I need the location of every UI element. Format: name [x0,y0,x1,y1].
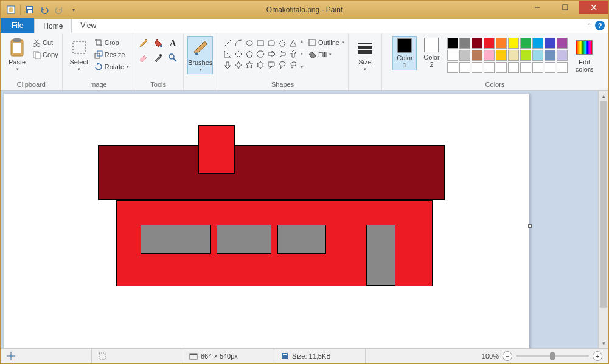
palette-color[interactable] [545,50,555,61]
shape-6star[interactable] [255,60,265,70]
palette-color[interactable] [532,50,543,61]
fill-button[interactable]: Fill ▾ [308,49,344,61]
shape-4star[interactable] [233,60,243,70]
zoom-slider[interactable] [516,355,589,357]
canvas[interactable] [4,94,529,348]
color-picker-tool[interactable] [151,51,165,64]
scroll-down-icon[interactable]: ▾ [599,338,608,348]
palette-color[interactable] [472,50,482,61]
shape-oval[interactable] [244,38,254,48]
maximize-button[interactable] [551,1,579,14]
shape-rect[interactable] [255,38,265,48]
shape-pentagon[interactable] [244,49,254,59]
palette-color[interactable] [472,38,482,49]
group-tools: A Tools [133,33,184,90]
close-button[interactable] [579,1,608,14]
shape-arrow-down[interactable] [222,60,232,70]
shape-line[interactable] [222,38,232,48]
color2-button[interactable]: Color 2 [419,36,444,69]
group-clipboard: Paste▾ Cut Copy Clipboard [1,33,63,90]
palette-color[interactable] [459,62,470,73]
eraser-tool[interactable] [137,51,150,64]
palette-color[interactable] [508,62,519,73]
palette-color[interactable] [508,38,519,49]
shape-arrow-left[interactable] [277,49,287,59]
help-icon[interactable]: ? [595,21,605,30]
shape-diamond[interactable] [233,49,243,59]
palette-color[interactable] [520,50,531,61]
crop-button[interactable]: Crop [94,36,129,49]
fill-tool[interactable] [151,36,165,50]
palette-color[interactable] [496,62,507,73]
zoom-in-button[interactable]: + [593,351,602,361]
palette-color[interactable] [557,62,568,73]
save-icon[interactable] [23,3,37,16]
palette-color[interactable] [447,62,458,73]
select-button[interactable]: Select▾ [66,36,92,73]
shape-roundrect[interactable] [266,38,276,48]
qat-customize-icon[interactable]: ▾ [67,3,80,16]
palette-color[interactable] [520,38,531,49]
scroll-up-icon[interactable]: ▴ [599,91,608,101]
shapes-gallery[interactable] [221,36,299,71]
zoom-out-button[interactable]: − [503,351,512,361]
size-button[interactable]: Size▾ [352,36,378,73]
palette-color[interactable] [545,62,555,73]
scroll-thumb[interactable] [600,101,607,308]
undo-icon[interactable] [38,3,51,16]
text-tool[interactable]: A [166,36,179,50]
copy-button[interactable]: Copy [32,49,58,61]
palette-color[interactable] [459,50,470,61]
shape-arrow-right[interactable] [266,49,276,59]
palette-color[interactable] [447,38,458,49]
color1-button[interactable]: Color 1 [392,36,417,70]
vertical-scrollbar[interactable]: ▴ ▾ [598,91,608,348]
palette-color[interactable] [557,38,568,49]
cut-button[interactable]: Cut [32,36,58,49]
palette-color[interactable] [557,50,568,61]
file-tab[interactable]: File [1,18,34,33]
shape-callout-oval[interactable] [277,60,287,70]
palette-color[interactable] [496,50,507,61]
palette-color[interactable] [508,50,519,61]
palette-color[interactable] [484,38,495,49]
brushes-button[interactable]: Brushes▾ [187,36,213,74]
shape-5star[interactable] [244,60,254,70]
palette-color[interactable] [532,62,543,73]
palette-color[interactable] [520,62,531,73]
canvas-handle-right[interactable] [528,224,532,228]
paste-button[interactable]: Paste▾ [4,36,30,73]
magnifier-tool[interactable] [166,51,179,64]
rotate-button[interactable]: Rotate ▾ [94,61,129,73]
shape-polygon[interactable] [277,38,287,48]
svg-rect-38 [268,62,274,66]
shape-right-triangle[interactable] [222,49,232,59]
shapes-expand[interactable]: ▾ [301,64,303,70]
pencil-tool[interactable] [137,36,150,50]
minimize-ribbon-icon[interactable]: ⌃ [586,22,591,29]
palette-color[interactable] [496,38,507,49]
redo-icon[interactable] [52,3,66,16]
edit-colors-button[interactable]: Edit colors [571,36,597,74]
shape-triangle[interactable] [288,38,298,48]
palette-color[interactable] [484,62,495,73]
palette-color[interactable] [545,38,555,49]
palette-color[interactable] [532,38,543,49]
palette-color[interactable] [484,50,495,61]
home-tab[interactable]: Home [34,19,72,33]
outline-button[interactable]: Outline ▾ [308,36,344,49]
shapes-scroll-down[interactable]: ▾ [301,51,303,57]
palette-color[interactable] [472,62,482,73]
view-tab[interactable]: View [72,18,105,33]
shape-hexagon[interactable] [255,49,265,59]
shape-callout-cloud[interactable] [288,60,298,70]
shapes-scroll-up[interactable]: ▴ [301,38,303,44]
minimize-button[interactable] [523,1,551,14]
svg-point-23 [169,54,174,59]
palette-color[interactable] [459,38,470,49]
shape-callout-rect[interactable] [266,60,276,70]
resize-button[interactable]: Resize [94,49,129,61]
palette-color[interactable] [447,50,458,61]
shape-arrow-up[interactable] [288,49,298,59]
shape-curve[interactable] [233,38,243,48]
